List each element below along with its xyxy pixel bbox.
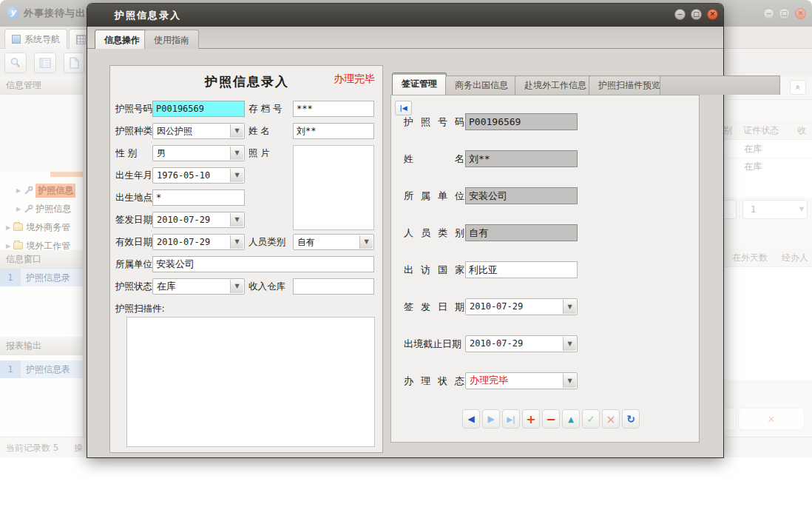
passport-no-input[interactable] [152, 101, 245, 117]
visa-unit-label: 所 属 单 位 [404, 187, 464, 204]
name-label: 姓 名 [248, 123, 270, 139]
visa-tab-bar: 签证管理 商务出国信息 赴境外工作信息 护照扫描件预览 [390, 75, 780, 95]
visa-exit-deadline-select[interactable]: 2010-07-29 ▼ [465, 335, 578, 352]
tab-label: 使用指南 [154, 34, 189, 47]
tab-scan-preview[interactable]: 护照扫描件预览 [589, 75, 670, 95]
next-icon: ▶ [487, 414, 494, 424]
tab-info-operation[interactable]: 信息操作 [95, 30, 149, 50]
chevron-down-icon[interactable]: ▼ [230, 235, 243, 249]
delete-record-button[interactable]: − [542, 409, 560, 429]
passport-status-select[interactable]: 在库 ▼ [152, 278, 245, 295]
tab-label: 签证管理 [402, 78, 437, 90]
archive-no-label: 存 档 号 [248, 101, 282, 117]
passport-form-panel: 护照信息录入 办理完毕 护照号码 存 档 号 护照种类 因公护照 ▼ 姓 名 性… [109, 65, 383, 453]
processing-status-flag: 办理完毕 [334, 73, 375, 86]
next-record-button[interactable]: ▶ [482, 409, 500, 429]
chevron-down-icon[interactable]: ▼ [563, 300, 576, 314]
passport-status-label: 护照状态 [115, 278, 152, 295]
last-record-button[interactable]: ▶| [502, 409, 520, 429]
check-icon: ✓ [586, 413, 595, 425]
selected-value: 因公护照 [157, 126, 192, 136]
selected-value: 在库 [157, 281, 176, 292]
birth-date-select[interactable]: 1976-05-10 ▼ [152, 167, 245, 184]
valid-date-select[interactable]: 2010-07-29 ▼ [152, 234, 245, 250]
tab-strip-filler [660, 75, 780, 95]
issue-date-select[interactable]: 2010-07-29 ▼ [152, 212, 245, 228]
tab-business-abroad[interactable]: 商务出国信息 [445, 75, 518, 95]
dialog-titlebar[interactable]: 护照信息录入 − □ ✕ [87, 4, 723, 27]
minimize-icon[interactable]: − [674, 9, 686, 20]
dialog-title: 护照信息录入 [115, 9, 181, 22]
gender-select[interactable]: 男 ▼ [152, 145, 245, 161]
archive-no-input[interactable] [293, 101, 374, 117]
gender-label: 性 别 [115, 145, 137, 161]
name-input[interactable] [293, 123, 374, 139]
tab-user-guide[interactable]: 使用指南 [144, 30, 199, 50]
unit-label: 所属单位 [115, 256, 152, 272]
record-navigator: ◀ ▶ ▶| + − ▲ ✓ × ↻ [462, 409, 640, 429]
chevron-down-icon[interactable]: ▼ [563, 337, 576, 351]
issue-date-label: 签发日期 [115, 212, 152, 228]
chevron-down-icon[interactable]: ▼ [230, 124, 243, 138]
chevron-down-icon[interactable]: ▼ [359, 235, 373, 249]
chevron-down-icon[interactable]: ▼ [230, 280, 243, 293]
tab-visa-management[interactable]: 签证管理 [392, 73, 447, 95]
visa-name-field: 刘** [465, 150, 578, 167]
visa-country-input[interactable]: 利比亚 [465, 261, 578, 278]
unit-input[interactable] [152, 256, 374, 272]
visa-country-label: 出 访 国 家 [404, 261, 464, 278]
chevron-down-icon[interactable]: ▼ [230, 213, 243, 226]
visa-person-type-field: 自有 [465, 224, 578, 241]
prev-record-button[interactable]: ◀ [462, 409, 480, 429]
person-type-label: 人员类别 [248, 234, 285, 250]
scan-label: 护照扫描件: [115, 300, 165, 317]
passport-scan-box[interactable] [126, 317, 375, 447]
selected-value: 2010-07-29 [157, 215, 210, 225]
valid-date-label: 有效日期 [115, 234, 152, 250]
visa-issue-date-label: 签 发 日 期 [404, 298, 464, 315]
tab-label: 护照扫描件预览 [598, 79, 660, 92]
edit-record-button[interactable]: ▲ [562, 409, 580, 429]
visa-unit-field: 安装公司 [465, 187, 578, 204]
passport-type-select[interactable]: 因公护照 ▼ [152, 123, 245, 139]
close-icon[interactable]: ✕ [707, 9, 718, 20]
visa-passport-no-field: P00196569 [465, 113, 578, 130]
minus-icon: − [546, 412, 555, 426]
maximize-icon[interactable]: □ [691, 9, 702, 20]
chevron-down-icon[interactable]: ▼ [230, 169, 243, 182]
screen: y 外事接待与出访 − □ ✕ 系统导航 [0, 0, 812, 507]
confirm-button[interactable]: ✓ [582, 409, 600, 429]
visa-processing-status-select[interactable]: 办理完毕 ▼ [465, 372, 578, 389]
visa-exit-deadline-label: 出境截止日期 [404, 335, 464, 352]
refresh-icon: ↻ [626, 413, 635, 425]
photo-label: 照 片 [248, 145, 270, 161]
selected-value: 2010-07-29 [470, 301, 523, 312]
dialog-content: 护照信息录入 办理完毕 护照号码 存 档 号 护照种类 因公护照 ▼ 姓 名 性… [87, 49, 723, 457]
chevron-down-icon[interactable]: ▼ [230, 147, 243, 160]
selected-value: 2010-07-29 [157, 237, 210, 247]
photo-box[interactable] [293, 145, 374, 230]
add-record-button[interactable]: + [522, 409, 540, 429]
plus-icon: + [526, 412, 535, 426]
birth-place-label: 出生地点 [115, 189, 152, 206]
prev-icon: ◀ [467, 414, 474, 424]
birth-date-label: 出生年月 [115, 167, 152, 184]
chevron-down-icon[interactable]: ▼ [563, 374, 576, 388]
refresh-button[interactable]: ↻ [622, 409, 640, 429]
visa-issue-date-select[interactable]: 2010-07-29 ▼ [465, 298, 578, 315]
dialog-tab-bar: 信息操作 使用指南 [87, 27, 723, 49]
passport-entry-dialog: 护照信息录入 − □ ✕ 信息操作 使用指南 护照信息录入 办理完毕 护照号码 … [87, 4, 723, 457]
tab-work-abroad[interactable]: 赴境外工作信息 [515, 75, 596, 95]
birth-place-input[interactable] [152, 189, 245, 206]
x-icon: × [606, 412, 615, 426]
cancel-button[interactable]: × [602, 409, 620, 429]
selected-value: 男 [157, 148, 166, 158]
selected-value: 1976-05-10 [157, 170, 210, 181]
person-type-select[interactable]: 自有 ▼ [293, 234, 374, 250]
visa-processing-status-label: 办 理 状 态 [404, 372, 464, 389]
visa-passport-no-label: 护 照 号 码 [404, 113, 464, 130]
tab-label: 赴境外工作信息 [524, 79, 586, 92]
warehouse-input[interactable] [293, 278, 374, 295]
passport-type-label: 护照种类 [115, 123, 152, 139]
tab-label: 信息操作 [104, 34, 140, 47]
